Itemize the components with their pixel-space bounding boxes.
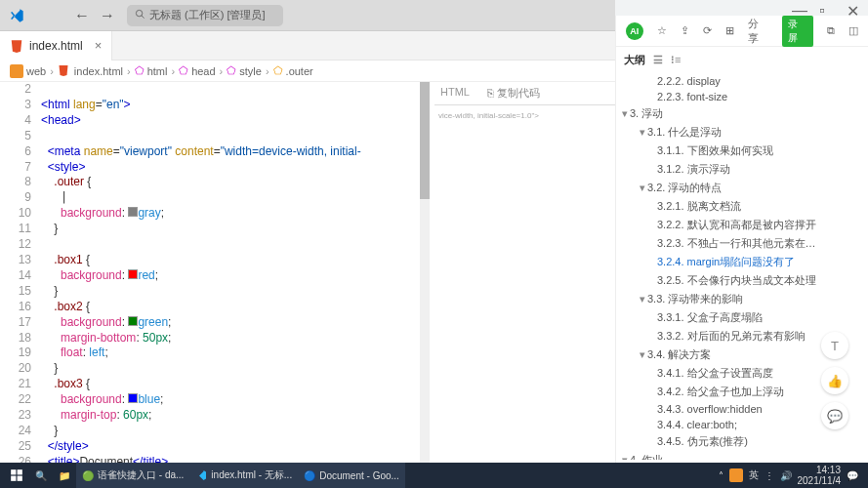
- bc-outer[interactable]: ⬠.outer: [273, 64, 313, 77]
- outline-view-icon[interactable]: ☰: [653, 54, 663, 66]
- search-icon: [135, 9, 145, 21]
- command-search[interactable]: 无标题 (工作区) [管理员]: [127, 5, 283, 26]
- svg-rect-15: [11, 476, 16, 481]
- star-icon[interactable]: ☆: [657, 24, 667, 37]
- task-vscode[interactable]: index.html - 无标...: [189, 463, 298, 488]
- grid-icon[interactable]: ⊞: [725, 24, 734, 37]
- share-button[interactable]: 分享: [748, 17, 769, 46]
- task-yuque[interactable]: 🟢语雀快捷入口 - da...: [76, 463, 189, 488]
- folder-icon: [10, 64, 23, 78]
- outline-item[interactable]: 3.2.5. 不会像行内块当成文本处理: [622, 271, 862, 290]
- browser-chrome: — ▫ ✕: [615, 0, 868, 16]
- comment-button[interactable]: 💬: [821, 402, 848, 429]
- like-button[interactable]: 👍: [821, 367, 848, 394]
- floating-actions: T 👍 💬: [821, 332, 848, 429]
- font-size-button[interactable]: T: [821, 332, 848, 359]
- share-node-icon[interactable]: ⇪: [681, 24, 689, 37]
- symbol-icon: ⬠: [135, 64, 145, 77]
- sidebar-toggle-icon[interactable]: ◫: [848, 24, 858, 37]
- copy-icon[interactable]: ⧉: [827, 24, 835, 37]
- record-button[interactable]: 录屏: [782, 16, 813, 47]
- system-tray: ˄ 英 ⋮ 🔊 14:132021/11/4 💬: [719, 465, 865, 486]
- browser-max-icon[interactable]: ▫: [819, 2, 831, 14]
- browser-min-icon[interactable]: —: [792, 2, 804, 14]
- tab-index-html[interactable]: index.html ×: [0, 31, 112, 61]
- outline-item[interactable]: ▾3. 浮动: [622, 104, 862, 123]
- bookmark-icon[interactable]: ⟳: [703, 24, 712, 37]
- nav-forward-icon[interactable]: →: [96, 4, 119, 27]
- scroll-thumb[interactable]: [420, 82, 430, 199]
- outline-title: 大纲: [624, 53, 645, 67]
- outline-header: 大纲 ☰ ⁝≡: [616, 47, 868, 73]
- outline-item[interactable]: 3.3.1. 父盒子高度塌陷: [622, 308, 862, 327]
- symbol-icon: ⬠: [273, 64, 283, 77]
- tray-sound-icon[interactable]: 🔊: [780, 470, 792, 481]
- svg-point-0: [136, 10, 142, 16]
- preview-tab-html[interactable]: HTML: [440, 86, 470, 101]
- windows-taskbar: 🔍 📁 🟢语雀快捷入口 - da... index.html - 无标... 🔵…: [0, 463, 868, 488]
- symbol-icon: ⬠: [179, 64, 188, 77]
- bc-web[interactable]: web: [10, 64, 46, 78]
- vscode-logo-icon: [6, 5, 27, 26]
- bc-html[interactable]: ⬠html: [135, 64, 168, 77]
- preview-copy-code[interactable]: ⎘ 复制代码: [487, 86, 540, 101]
- task-chrome[interactable]: 🔵Document - Goo...: [298, 463, 405, 488]
- bc-head[interactable]: ⬠head: [179, 64, 215, 77]
- notifications-icon[interactable]: 💬: [847, 470, 858, 481]
- task-search[interactable]: 🔍: [29, 463, 53, 488]
- preview-panel: HTML ⎘ 复制代码 vice-width, initial-scale=1.…: [434, 82, 615, 126]
- preview-tabs: HTML ⎘ 复制代码: [434, 82, 615, 105]
- outline-item[interactable]: 2.2.2. display: [622, 73, 862, 89]
- outline-item[interactable]: ▾3.1. 什么是浮动: [622, 123, 862, 142]
- search-text: 无标题 (工作区) [管理员]: [149, 8, 266, 22]
- browser-toolbar: AI ☆ ⇪ ⟳ ⊞ 分享 录屏 ⧉ ◫: [616, 16, 868, 47]
- nav-back-icon[interactable]: ←: [70, 4, 94, 27]
- svg-rect-13: [11, 469, 16, 474]
- svg-line-1: [142, 16, 145, 19]
- ai-badge-icon[interactable]: AI: [626, 22, 643, 40]
- outline-item[interactable]: ▾3.3. 浮动带来的影响: [622, 290, 862, 308]
- ime-label[interactable]: 英: [749, 468, 759, 482]
- preview-code: vice-width, initial-scale=1.0">: [434, 105, 615, 126]
- bc-file[interactable]: index.html: [58, 64, 123, 78]
- outline-item[interactable]: 3.1.1. 下图效果如何实现: [622, 142, 862, 160]
- outline-item[interactable]: ▾3.2. 浮动的特点: [622, 179, 862, 197]
- ime-icon[interactable]: [729, 468, 743, 482]
- symbol-icon: ⬠: [227, 64, 236, 77]
- tab-close-icon[interactable]: ×: [95, 38, 103, 53]
- tray-up-icon[interactable]: ˄: [719, 470, 723, 481]
- html-file-icon: [58, 64, 71, 78]
- tab-label: index.html: [29, 39, 83, 53]
- svg-rect-14: [18, 469, 22, 474]
- browser-close-icon[interactable]: ✕: [847, 2, 858, 14]
- outline-item[interactable]: 3.1.2. 演示浮动: [622, 160, 862, 179]
- outline-item[interactable]: 3.2.1. 脱离文档流: [622, 197, 862, 216]
- editor-scrollbar[interactable]: [420, 82, 430, 463]
- tray-wifi-icon[interactable]: ⋮: [765, 470, 774, 481]
- outline-item[interactable]: 3.2.3. 不独占一行和其他元素在…: [622, 234, 862, 253]
- svg-rect-16: [18, 476, 22, 481]
- outline-item[interactable]: 2.2.3. font-size: [622, 89, 862, 104]
- outline-settings-icon[interactable]: ⁝≡: [671, 54, 681, 66]
- outline-item[interactable]: ▾4. 作业: [622, 451, 862, 460]
- start-button[interactable]: [4, 463, 29, 488]
- line-gutter: 2345678910111213141516171819202122232425…: [0, 82, 41, 463]
- clock[interactable]: 14:132021/11/4: [798, 465, 842, 486]
- bc-style[interactable]: ⬠style: [227, 64, 262, 77]
- html-file-icon: [10, 39, 23, 53]
- outline-item[interactable]: 3.4.5. 伪元素(推荐): [622, 432, 862, 451]
- outline-item[interactable]: 3.2.2. 默认宽和高都是被内容撑开: [622, 216, 862, 234]
- task-explorer[interactable]: 📁: [53, 463, 76, 488]
- outline-item[interactable]: 3.2.4. margin塌陷问题没有了: [622, 253, 862, 271]
- code-content[interactable]: <html lang="en"> <head> <meta name="view…: [41, 82, 427, 463]
